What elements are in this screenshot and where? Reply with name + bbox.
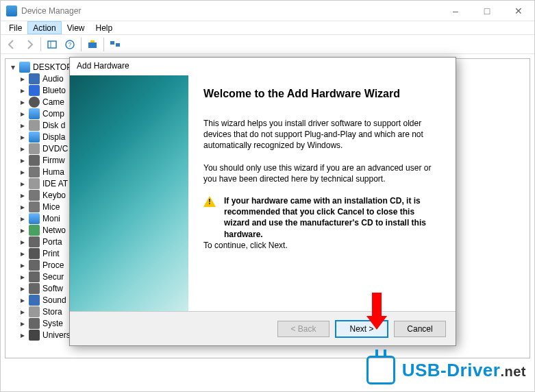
menubar: File Action View Help	[1, 21, 534, 35]
close-button[interactable]: ✕	[503, 1, 534, 21]
tree-item-label: Keybo	[42, 191, 66, 200]
chevron-right-icon[interactable]: ▸	[19, 214, 26, 223]
mon-icon	[29, 108, 40, 119]
mon-icon	[29, 213, 40, 224]
dialog-continue-text: To continue, click Next.	[203, 240, 440, 251]
dialog-body: Welcome to the Add Hardware Wizard This …	[70, 75, 456, 311]
tree-item-label: Firmw	[42, 156, 65, 165]
tree-item-label: Moni	[42, 214, 60, 223]
sys-icon	[29, 318, 40, 329]
kb-icon	[29, 190, 40, 201]
cancel-button[interactable]: Cancel	[394, 321, 446, 337]
menu-file[interactable]: File	[3, 21, 27, 34]
cam-icon	[29, 97, 40, 108]
audio-icon	[29, 295, 40, 306]
svg-rect-7	[116, 43, 120, 47]
dialog-button-bar: < Back Next > Cancel	[70, 311, 456, 345]
chevron-right-icon[interactable]: ▸	[19, 156, 26, 165]
forward-button	[21, 37, 38, 52]
print-icon	[29, 248, 40, 259]
audio-icon	[29, 73, 40, 84]
toolbar: ?	[1, 35, 534, 54]
chevron-right-icon[interactable]: ▸	[19, 237, 26, 247]
back-button: < Back	[277, 321, 329, 337]
tree-item-label: Proce	[42, 260, 64, 270]
sys-icon	[29, 283, 40, 294]
svg-text:?: ?	[68, 41, 71, 48]
tree-item-label: Syste	[42, 319, 63, 328]
dialog-sidebar-graphic	[70, 75, 188, 311]
chevron-right-icon[interactable]: ▸	[19, 179, 26, 188]
usb-plug-icon	[366, 356, 395, 384]
toolbar-separator	[40, 38, 41, 51]
tree-item-label: Huma	[42, 167, 64, 177]
tree-item-label: Sound	[42, 295, 66, 305]
add-hardware-dialog: Add Hardware Welcome to the Add Hardware…	[69, 57, 456, 346]
toolbar-separator	[81, 38, 82, 51]
warning-icon	[203, 195, 216, 208]
chevron-right-icon[interactable]: ▸	[19, 272, 26, 282]
tree-item-label: Audio	[42, 74, 64, 84]
menu-view[interactable]: View	[62, 21, 90, 34]
bt-icon	[29, 85, 40, 96]
chevron-down-icon[interactable]: ▾	[10, 62, 16, 72]
device-manager-icon	[6, 5, 17, 16]
dialog-warning-row: If your hardware came with an installati…	[203, 195, 440, 240]
tree-item-label: Netwo	[42, 225, 66, 235]
chevron-right-icon[interactable]: ▸	[19, 330, 26, 340]
tree-root-label: DESKTOP	[33, 62, 72, 72]
show-hide-tree-button[interactable]	[44, 37, 60, 52]
menu-action[interactable]: Action	[27, 21, 61, 34]
tree-item-label: Blueto	[42, 86, 66, 95]
chevron-right-icon[interactable]: ▸	[19, 249, 26, 258]
tree-item-label: Secur	[42, 272, 64, 282]
computers-button[interactable]	[107, 37, 123, 52]
dialog-paragraph-2: You should only use this wizard if you a…	[203, 162, 440, 184]
menu-help[interactable]: Help	[90, 21, 119, 34]
chevron-right-icon[interactable]: ▸	[19, 284, 26, 293]
chevron-right-icon[interactable]: ▸	[19, 132, 26, 142]
kb-icon	[29, 167, 40, 177]
tree-item-label: Displa	[42, 132, 65, 142]
tree-item-label: Print	[42, 249, 60, 258]
chevron-right-icon[interactable]: ▸	[19, 86, 26, 95]
tree-item-label: Stora	[42, 307, 62, 317]
chevron-right-icon[interactable]: ▸	[19, 260, 26, 270]
mon-icon	[29, 132, 40, 143]
tree-item-label: Disk d	[42, 121, 65, 130]
chevron-right-icon[interactable]: ▸	[19, 74, 26, 84]
svg-rect-5	[90, 40, 95, 42]
chevron-right-icon[interactable]: ▸	[19, 97, 26, 107]
chevron-right-icon[interactable]: ▸	[19, 319, 26, 328]
dialog-paragraph-1: This wizard helps you install driver sof…	[203, 118, 440, 151]
chevron-right-icon[interactable]: ▸	[19, 307, 26, 317]
sys-icon	[29, 155, 40, 166]
window-title: Device Manager	[21, 6, 440, 16]
scan-hardware-button[interactable]	[84, 37, 101, 52]
chevron-right-icon[interactable]: ▸	[19, 191, 26, 200]
disk-icon	[29, 306, 40, 317]
watermark-text: USB-Driver.net	[402, 360, 526, 381]
help-button[interactable]: ?	[62, 37, 78, 52]
svg-rect-0	[48, 41, 56, 48]
dialog-title: Add Hardware	[70, 58, 456, 75]
tree-item-label: IDE AT	[42, 179, 68, 188]
chevron-right-icon[interactable]: ▸	[19, 167, 26, 177]
chevron-right-icon[interactable]: ▸	[19, 144, 26, 154]
tutorial-arrow	[366, 293, 387, 330]
chevron-right-icon[interactable]: ▸	[19, 225, 26, 235]
minimize-button[interactable]: –	[440, 1, 471, 21]
chevron-right-icon[interactable]: ▸	[19, 295, 26, 305]
computer-icon	[19, 62, 30, 73]
chevron-right-icon[interactable]: ▸	[19, 109, 26, 119]
kb-icon	[29, 201, 40, 212]
chevron-right-icon[interactable]: ▸	[19, 202, 26, 212]
net-icon	[29, 225, 40, 236]
maximize-button[interactable]: □	[471, 1, 503, 21]
tree-item-label: DVD/C	[42, 144, 68, 154]
sys-icon	[29, 260, 40, 271]
chevron-right-icon[interactable]: ▸	[19, 121, 26, 130]
sys-icon	[29, 236, 40, 247]
disk-icon	[29, 120, 40, 131]
disk-icon	[29, 178, 40, 189]
